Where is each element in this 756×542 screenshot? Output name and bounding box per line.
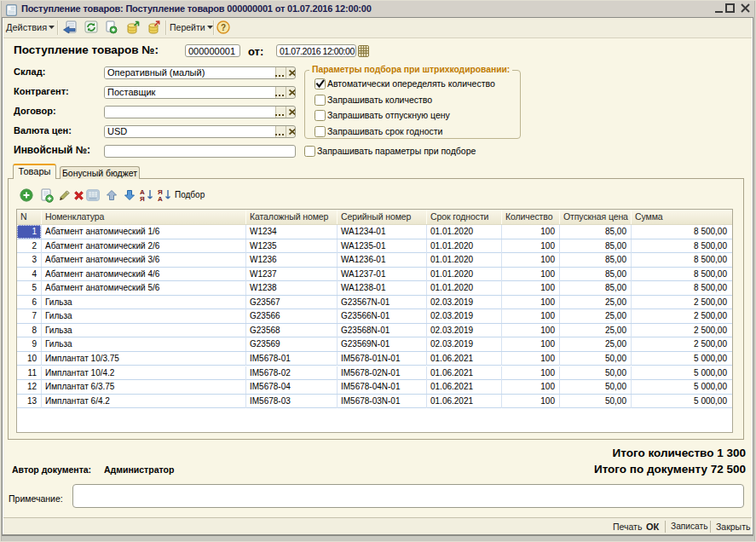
svg-text:?: ?	[221, 23, 226, 32]
svg-text:Я: Я	[140, 195, 145, 203]
svg-text:А: А	[158, 195, 163, 203]
